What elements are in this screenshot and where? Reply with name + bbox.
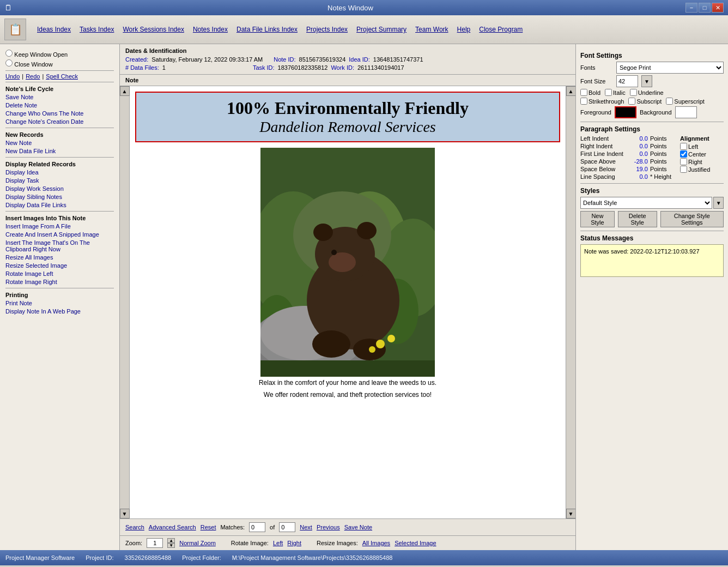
new-data-file-link-link[interactable]: New Data File Link (5, 147, 114, 155)
paragraph-settings-title: Paragraph Settings (580, 125, 724, 133)
superscript-checkbox[interactable] (666, 98, 673, 105)
menu-ideas-index[interactable]: Ideas Index (33, 23, 75, 35)
dates-section: Dates & Identification Created: Saturday… (120, 44, 575, 75)
display-idea-link[interactable]: Display Idea (5, 168, 114, 176)
next-link[interactable]: Next (300, 524, 312, 530)
save-note-bottom-link[interactable]: Save Note (344, 524, 372, 530)
scroll-down-btn[interactable]: ▼ (120, 509, 130, 518)
foreground-color-swatch[interactable] (615, 106, 636, 118)
center-align-checkbox[interactable] (680, 150, 687, 158)
undo-link[interactable]: Undo (5, 73, 20, 80)
advanced-search-link[interactable]: Advanced Search (149, 524, 196, 530)
rotate-left-link[interactable]: Left (273, 540, 283, 546)
keep-window-open-option[interactable]: Keep Window Open (5, 50, 114, 58)
change-owner-link[interactable]: Change Who Owns The Note (5, 110, 114, 117)
print-note-link[interactable]: Print Note (5, 299, 114, 307)
delete-style-btn[interactable]: Delete Style (618, 211, 657, 227)
subscript-checkbox[interactable] (628, 98, 635, 105)
right-align-checkbox[interactable] (680, 158, 687, 165)
resize-all-images-link[interactable]: Resize All Images (5, 254, 114, 261)
rotate-image-left-link[interactable]: Rotate Image Left (5, 270, 114, 278)
selected-image-link[interactable]: Selected Image (395, 540, 436, 546)
italic-checkbox-item[interactable]: Italic (605, 89, 626, 96)
display-note-web-page-link[interactable]: Display Note In A Web Page (5, 307, 114, 315)
insert-image-from-file-link[interactable]: Insert Image From A File (5, 222, 114, 230)
note-content[interactable]: 100% Environmentally Friendly Dandelion … (130, 86, 566, 518)
menu-work-sessions-index[interactable]: Work Sessions Index (118, 23, 189, 35)
svg-point-19 (387, 335, 395, 342)
italic-checkbox[interactable] (605, 89, 612, 96)
close-button[interactable]: ✕ (712, 3, 724, 13)
zoom-down-btn[interactable]: ▼ (167, 543, 175, 548)
underline-checkbox-item[interactable]: Underline (630, 89, 664, 96)
font-style-row2: Strikethrough Subscript Superscript (580, 98, 724, 105)
scroll-up-btn[interactable]: ▲ (120, 86, 130, 96)
right-scroll-up-btn[interactable]: ▲ (566, 86, 576, 96)
resize-selected-image-link[interactable]: Resize Selected Image (5, 262, 114, 269)
menu-close-program[interactable]: Close Program (475, 23, 527, 35)
save-note-link[interactable]: Save Note (5, 93, 114, 101)
maximize-button[interactable]: □ (699, 3, 711, 13)
rotate-right-link[interactable]: Right (287, 540, 301, 546)
new-style-btn[interactable]: New Style (580, 211, 615, 227)
reset-link[interactable]: Reset (201, 524, 216, 530)
menu-data-file-links-index[interactable]: Data File Links Index (232, 23, 302, 35)
font-dropdown[interactable]: Segoe Print (616, 62, 724, 74)
strikethrough-checkbox[interactable] (580, 98, 587, 105)
display-task-link[interactable]: Display Task (5, 177, 114, 184)
spell-check-link[interactable]: Spell Check (46, 73, 78, 80)
bold-checkbox[interactable] (580, 89, 587, 96)
previous-link[interactable]: Previous (317, 524, 340, 530)
center-align-item[interactable]: Center (680, 150, 724, 158)
space-below-unit: Points (650, 166, 676, 172)
para-left-col: Left Indent 0.0 Points Right Indent 0.0 … (580, 135, 676, 180)
menu-team-work[interactable]: Team Work (411, 23, 452, 35)
styles-btn-row: New Style Delete Style Change Style Sett… (580, 211, 724, 227)
minimize-button[interactable]: − (685, 3, 697, 13)
redo-link[interactable]: Redo (26, 73, 40, 80)
justified-align-item[interactable]: Justified (680, 166, 724, 173)
note-header: Note (120, 75, 575, 86)
display-work-session-link[interactable]: Display Work Session (5, 185, 114, 192)
insert-clipboard-link[interactable]: Insert The Image That's On The Clipboard… (5, 239, 114, 253)
left-align-checkbox[interactable] (680, 143, 687, 150)
matches-to-input[interactable] (279, 522, 295, 532)
styles-dropdown[interactable]: Default Style (580, 197, 712, 209)
justified-align-checkbox[interactable] (680, 166, 687, 173)
superscript-checkbox-item[interactable]: Superscript (666, 98, 705, 105)
change-style-settings-btn[interactable]: Change Style Settings (660, 211, 724, 227)
normal-zoom-link[interactable]: Normal Zoom (179, 540, 216, 546)
create-insert-snipped-link[interactable]: Create And Insert A Snipped Image (5, 231, 114, 238)
change-creation-date-link[interactable]: Change Note's Creation Date (5, 118, 114, 125)
subscript-checkbox-item[interactable]: Subscript (628, 98, 662, 105)
close-window-option[interactable]: Close Window (5, 59, 114, 68)
right-align-item[interactable]: Right (680, 158, 724, 165)
underline-checkbox[interactable] (630, 89, 637, 96)
display-data-file-links-link[interactable]: Display Data File Links (5, 201, 114, 209)
left-align-item[interactable]: Left (680, 143, 724, 150)
delete-note-link[interactable]: Delete Note (5, 101, 114, 109)
all-images-link[interactable]: All Images (362, 540, 390, 546)
background-color-swatch[interactable] (675, 106, 697, 118)
search-link[interactable]: Search (125, 524, 144, 530)
new-note-link[interactable]: New Note (5, 139, 114, 147)
menu-projects-index[interactable]: Projects Index (302, 23, 352, 35)
styles-arrow[interactable]: ▼ (713, 197, 724, 209)
menu-help[interactable]: Help (453, 23, 475, 35)
matches-from-input[interactable] (249, 522, 265, 532)
note-caption1: Relax in the comfort of your home and le… (259, 379, 436, 387)
zoom-up-btn[interactable]: ▲ (167, 538, 175, 543)
strikethrough-checkbox-item[interactable]: Strikethrough (580, 98, 624, 105)
menu-notes-index[interactable]: Notes Index (189, 23, 232, 35)
font-size-arrow[interactable]: ▼ (641, 75, 652, 87)
rotate-image-right-link[interactable]: Rotate Image Right (5, 278, 114, 286)
right-scroll-down-btn[interactable]: ▼ (566, 509, 576, 518)
menu-tasks-index[interactable]: Tasks Index (75, 23, 118, 35)
bold-checkbox-item[interactable]: Bold (580, 89, 600, 96)
display-sibling-notes-link[interactable]: Display Sibling Notes (5, 193, 114, 201)
zoom-input[interactable] (147, 538, 163, 548)
justified-align-label: Justified (688, 166, 710, 173)
font-size-input[interactable] (616, 75, 638, 87)
app-logo: 📋 (4, 19, 26, 40)
menu-project-summary[interactable]: Project Summary (352, 23, 411, 35)
